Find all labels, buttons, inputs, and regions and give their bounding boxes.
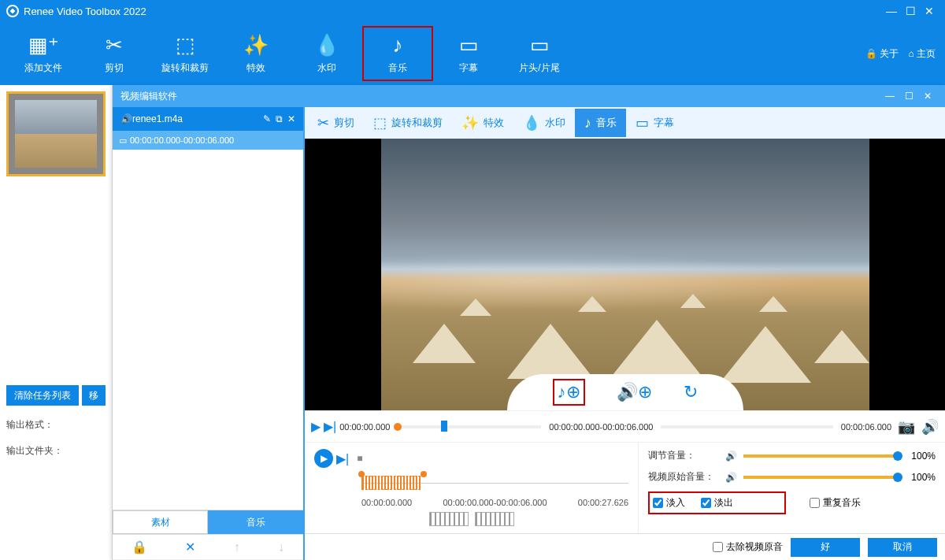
strip-1[interactable] — [429, 512, 469, 526]
music-note-icon: ♪ — [584, 115, 591, 132]
delete-icon[interactable]: ✕ — [287, 113, 295, 124]
wave-step-button[interactable]: ▶| — [336, 451, 349, 466]
repeat-checkbox[interactable]: 重复音乐 — [810, 491, 861, 514]
subtab-rotate[interactable]: ⬚旋转和裁剪 — [364, 109, 452, 137]
orig-volume-value: 100% — [904, 472, 936, 483]
wave-handle-end[interactable] — [421, 471, 427, 477]
audio-timecode[interactable]: ▭ 00:00:00.000-00:00:06.000 — [113, 131, 303, 150]
editor-close-button[interactable]: ✕ — [918, 91, 937, 102]
orig-volume-label: 视频原始音量： — [648, 470, 719, 484]
main-timeline: ▶ ▶| 00:00:00.000 00:00:00.000-00:00:06.… — [305, 410, 945, 442]
subtitle-icon: ▭ — [459, 33, 479, 58]
subtitle-icon: ▭ — [636, 114, 649, 132]
video-preview[interactable]: ♪⊕ 🔊⊕ ↻ — [305, 139, 945, 410]
play-button[interactable]: ▶ — [311, 419, 321, 434]
step-button[interactable]: ▶| — [324, 419, 336, 434]
wave-t0: 00:00:00.000 — [361, 498, 412, 507]
strip-2[interactable] — [475, 512, 514, 526]
adjust-volume-label: 调节音量： — [648, 449, 719, 462]
wave-stop-icon[interactable]: ■ — [357, 453, 362, 464]
music-note-icon: ♪ — [393, 33, 403, 58]
subtab-watermark[interactable]: 💧水印 — [513, 109, 575, 137]
toolbar-add-file[interactable]: ▦⁺ 添加文件 — [8, 26, 79, 81]
toolbar-watermark[interactable]: 💧 水印 — [291, 26, 362, 81]
subtab-cut[interactable]: ✂剪切 — [308, 109, 364, 137]
timeline-marker[interactable] — [441, 421, 447, 432]
close-button[interactable]: ✕ — [920, 5, 939, 17]
lock-icon[interactable]: 🔒 — [132, 540, 147, 554]
droplet-icon: 💧 — [314, 33, 339, 58]
fadein-checkbox[interactable]: 淡入 — [653, 496, 685, 510]
audio-file-header[interactable]: 🔊 renee1.m4a ✎ ⧉ ✕ — [113, 107, 303, 131]
editor-main: ✂剪切 ⬚旋转和裁剪 ✨特效 💧水印 ♪音乐 ▭字幕 — [303, 107, 945, 560]
speaker-icon[interactable]: 🔊 — [725, 472, 737, 483]
volume-panel: 调节音量： 🔊 100% 视频原始音量： 🔊 100% 淡入 — [638, 443, 945, 533]
tab-music[interactable]: 音乐 — [208, 510, 303, 534]
editor-sidebar: 🔊 renee1.m4a ✎ ⧉ ✕ ▭ 00:00:00.000-00:00:… — [113, 107, 303, 560]
main-toolbar: ▦⁺ 添加文件 ✂ 剪切 ⬚ 旋转和裁剪 ✨ 特效 💧 水印 ♪ 音乐 ▭ 字幕… — [0, 22, 945, 85]
app-title: Renee Video Toolbox 2022 — [24, 6, 882, 17]
timeline-playhead[interactable] — [394, 423, 402, 431]
app-logo-icon — [6, 5, 19, 17]
timeline-start: 00:00:00.000 — [339, 422, 390, 432]
scissors-icon: ✂ — [106, 33, 123, 58]
toolbar-rotate-crop[interactable]: ⬚ 旋转和裁剪 — [150, 26, 220, 81]
remove-audio-checkbox[interactable]: 去除视频原音 — [713, 540, 783, 554]
editor-footer: 去除视频原音 好 取消 — [305, 533, 945, 560]
timeline-track[interactable] — [398, 425, 541, 428]
move-button[interactable]: 移 — [82, 385, 106, 406]
editor-window: 视频编辑软件 — ☐ ✕ 🔊 renee1.m4a ✎ ⧉ ✕ ▭ 00:00:… — [112, 85, 945, 560]
wave-t1: 00:00:00.000-00:00:06.000 — [443, 498, 547, 507]
editor-minimize-button[interactable]: — — [880, 91, 899, 102]
about-link[interactable]: 🔒 关于 — [865, 47, 899, 61]
maximize-button[interactable]: ☐ — [901, 5, 920, 17]
timeline-range: 00:00:00.000-00:00:06.000 — [549, 422, 653, 432]
toolbar-music[interactable]: ♪ 音乐 — [362, 26, 433, 81]
waveform-panel: ▶ ▶| ■ 00:00:00.000 00:00:00.000-00:00:0… — [305, 443, 638, 533]
remove-icon[interactable]: ✕ — [185, 540, 195, 554]
crop-icon: ⬚ — [373, 114, 387, 132]
home-link[interactable]: ⌂ 主页 — [908, 47, 936, 61]
crop-icon: ⬚ — [176, 33, 195, 58]
edit-icon[interactable]: ✎ — [263, 113, 271, 124]
add-file-icon: ▦⁺ — [28, 33, 59, 58]
speaker-icon[interactable]: 🔊 — [725, 451, 737, 462]
cancel-button[interactable]: 取消 — [868, 538, 937, 557]
speaker-icon: 🔊 — [120, 113, 132, 124]
copy-icon[interactable]: ⧉ — [276, 113, 283, 124]
sparkle-icon: ✨ — [243, 33, 269, 58]
move-down-icon[interactable]: ↓ — [278, 540, 284, 554]
wave-handle-start[interactable] — [358, 471, 365, 477]
editor-titlebar: 视频编辑软件 — ☐ ✕ — [113, 85, 945, 107]
wave-play-button[interactable]: ▶ — [314, 449, 333, 468]
adjust-volume-slider[interactable] — [743, 454, 898, 458]
output-folder-label: 输出文件夹： — [6, 444, 106, 458]
editor-maximize-button[interactable]: ☐ — [899, 91, 918, 102]
orig-volume-slider[interactable] — [743, 476, 898, 479]
move-up-icon[interactable]: ↑ — [234, 540, 240, 554]
subtab-effects[interactable]: ✨特效 — [452, 109, 513, 137]
ok-button[interactable]: 好 — [791, 538, 860, 557]
timeline-track-2[interactable] — [661, 425, 832, 428]
subtab-subtitle[interactable]: ▭字幕 — [626, 109, 684, 137]
wave-track[interactable] — [361, 471, 628, 495]
toolbar-effects[interactable]: ✨ 特效 — [220, 26, 291, 81]
toolbar-subtitle[interactable]: ▭ 字幕 — [433, 26, 504, 81]
clip-icon: ▭ — [119, 135, 127, 146]
output-format-label: 输出格式： — [6, 418, 106, 432]
toolbar-intro-outro[interactable]: ▭ 片头/片尾 — [504, 26, 575, 81]
toolbar-cut[interactable]: ✂ 剪切 — [79, 26, 150, 81]
refresh-icon[interactable]: ↻ — [684, 382, 698, 402]
subtab-music[interactable]: ♪音乐 — [575, 109, 626, 137]
lower-panel: ▶ ▶| ■ 00:00:00.000 00:00:00.000-00:00:0… — [305, 442, 945, 533]
minimize-button[interactable]: — — [882, 5, 901, 17]
snapshot-icon[interactable]: 📷 — [898, 418, 915, 436]
preview-action-bubble: ♪⊕ 🔊⊕ ↻ — [507, 374, 743, 410]
video-thumbnail[interactable] — [6, 91, 106, 176]
tab-material[interactable]: 素材 — [113, 510, 208, 534]
add-music-icon[interactable]: ♪⊕ — [553, 379, 585, 406]
volume-icon[interactable]: 🔊 — [921, 418, 939, 436]
fadeout-checkbox[interactable]: 淡出 — [701, 496, 733, 510]
add-audio-clip-icon[interactable]: 🔊⊕ — [617, 382, 652, 402]
clear-tasks-button[interactable]: 清除任务列表 — [6, 385, 79, 406]
